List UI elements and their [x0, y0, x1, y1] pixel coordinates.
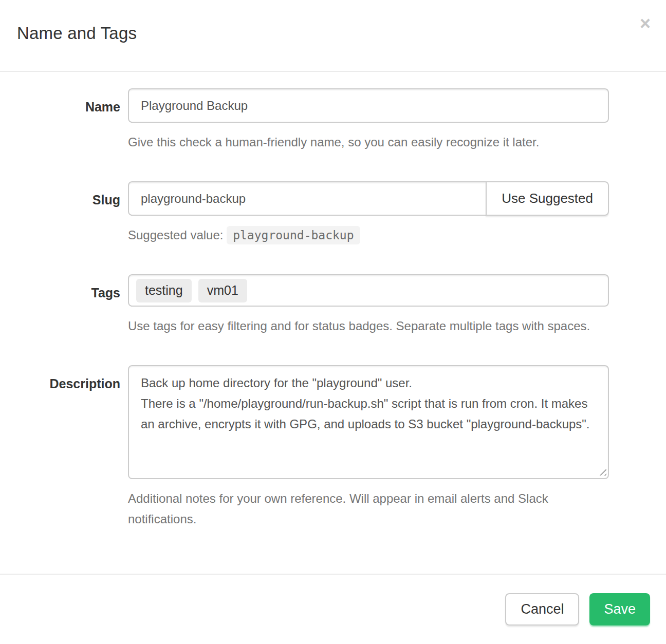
- slug-label: Slug: [0, 181, 128, 245]
- description-help-text: Additional notes for your own reference.…: [128, 488, 609, 529]
- suggested-value-code: playground-backup: [227, 226, 360, 244]
- name-input[interactable]: [128, 88, 609, 123]
- close-icon[interactable]: ×: [640, 14, 651, 33]
- name-and-tags-dialog: Name and Tags × Name Give this check a h…: [0, 0, 666, 644]
- save-button[interactable]: Save: [589, 593, 650, 626]
- slug-field-row: Slug Use Suggested Suggested value: play…: [0, 181, 666, 245]
- name-help-text: Give this check a human-friendly name, s…: [128, 132, 609, 153]
- tags-input[interactable]: testing vm01: [128, 274, 609, 307]
- tags-label: Tags: [0, 274, 128, 336]
- name-field-row: Name Give this check a human-friendly na…: [0, 88, 666, 153]
- suggested-value-prefix: Suggested value:: [128, 228, 223, 242]
- tags-help-text: Use tags for easy filtering and for stat…: [128, 316, 609, 336]
- name-label: Name: [0, 88, 128, 153]
- description-label: Description: [0, 365, 128, 529]
- tag-chip[interactable]: testing: [136, 279, 192, 302]
- description-textarea[interactable]: Back up home directory for the "playgrou…: [128, 365, 609, 479]
- dialog-footer: Cancel Save: [0, 574, 666, 640]
- tags-field-row: Tags testing vm01 Use tags for easy filt…: [0, 274, 666, 336]
- description-field-row: Description Back up home directory for t…: [0, 365, 666, 529]
- slug-suggested-line: Suggested value: playground-backup: [128, 225, 609, 245]
- dialog-body: Name Give this check a human-friendly na…: [0, 72, 666, 574]
- tag-chip[interactable]: vm01: [198, 279, 247, 302]
- page-title: Name and Tags: [17, 24, 649, 43]
- dialog-header: Name and Tags ×: [0, 0, 666, 72]
- use-suggested-button[interactable]: Use Suggested: [486, 181, 609, 216]
- slug-input-group: Use Suggested: [128, 181, 609, 216]
- slug-input[interactable]: [128, 181, 487, 216]
- cancel-button[interactable]: Cancel: [505, 593, 579, 626]
